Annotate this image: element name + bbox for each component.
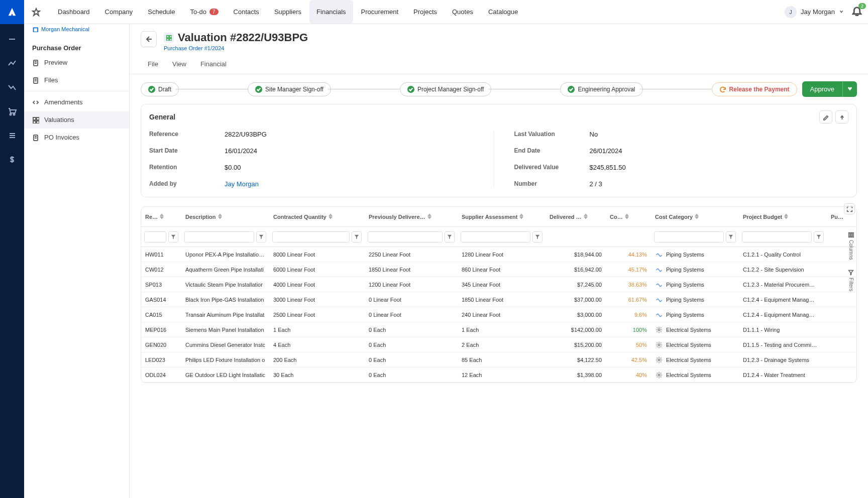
col-project-budget[interactable]: Project Budget <box>739 214 827 220</box>
category-icon <box>655 356 663 364</box>
label-reference: Reference <box>149 131 225 138</box>
table-row[interactable]: GEN020Cummins Diesel Generator Instc4 Ea… <box>141 337 856 352</box>
col-contracted-qty[interactable]: Contracted Quantity <box>269 214 365 220</box>
rail-icon-dollar[interactable] <box>7 155 17 165</box>
filter-desc-button[interactable] <box>256 231 266 242</box>
filter-contracted-button[interactable] <box>352 231 362 242</box>
table-row[interactable]: SP013Victaulic Steam Pipe Installatior40… <box>141 277 856 292</box>
filter-costcat-button[interactable] <box>726 231 736 242</box>
label-end-date: End Date <box>514 147 590 155</box>
rail-icon-trend[interactable] <box>7 58 17 68</box>
filter-costcat-input[interactable] <box>654 231 724 242</box>
nav-quotes[interactable]: Quotes <box>445 0 480 24</box>
table-row[interactable]: GAS014Black Iron Pipe-GAS Installation30… <box>141 292 856 307</box>
category-icon <box>655 266 663 274</box>
table-header: Re… Description Contracted Quantity Prev… <box>141 207 856 227</box>
filter-ref-input[interactable] <box>144 231 166 242</box>
notifications-button[interactable]: 2 <box>852 6 862 18</box>
table-row[interactable]: CA015Transair Aluminum Pipe Installat250… <box>141 307 856 322</box>
nav-suppliers[interactable]: Suppliers <box>267 0 308 24</box>
nav-financials[interactable]: Financials <box>309 0 353 24</box>
col-ref[interactable]: Re… <box>141 214 181 220</box>
page-subtitle-link[interactable]: Purchase Order #1/2024 <box>164 45 308 51</box>
sidebar-item-valuations[interactable]: Valuations <box>24 111 129 129</box>
back-button[interactable] <box>141 31 157 47</box>
sidebar-item-files[interactable]: Files <box>24 71 129 89</box>
value-reference: 2822/U93BPG <box>225 131 267 138</box>
collapse-button[interactable] <box>835 110 848 123</box>
col-delivered[interactable]: Delivered … <box>546 214 606 220</box>
rail-icon-chart[interactable] <box>7 82 17 92</box>
category-icon <box>655 281 663 289</box>
rail-icon-cart[interactable] <box>7 106 17 116</box>
col-description[interactable]: Description <box>181 214 269 220</box>
table-filter-row <box>141 227 856 247</box>
table-row[interactable]: MEP016Siemens Main Panel Installation1 E… <box>141 322 856 337</box>
tab-view[interactable]: View <box>165 55 193 74</box>
col-co[interactable]: Co… <box>606 214 651 220</box>
filter-ref-button[interactable] <box>168 231 178 242</box>
value-retention: $0.00 <box>225 164 241 171</box>
category-icon <box>655 371 663 379</box>
nav-procurement[interactable]: Procurement <box>354 0 405 24</box>
user-menu[interactable]: J Jay Morgan <box>785 6 844 18</box>
table-row[interactable]: ODL024GE Outdoor LED Light Installatic30… <box>141 367 856 383</box>
value-number: 2 / 3 <box>590 180 602 188</box>
filter-contracted-input[interactable] <box>272 231 350 242</box>
valuation-icon <box>164 33 174 43</box>
workflow-step-engineering[interactable]: Engineering Approval <box>560 82 642 96</box>
workflow-step-draft[interactable]: Draft <box>141 82 179 96</box>
tab-file[interactable]: File <box>141 55 165 74</box>
nav-catalogue[interactable]: Catalogue <box>481 0 525 24</box>
sidebar-item-po-invoices[interactable]: PO Invoices <box>24 129 129 146</box>
table-row[interactable]: LED023Philips LED Fixture Installation o… <box>141 352 856 367</box>
value-delivered-value: $245,851.50 <box>590 164 626 171</box>
dock-filters-button[interactable]: Filters <box>848 270 854 291</box>
general-heading: General <box>149 113 175 121</box>
nav-dashboard[interactable]: Dashboard <box>51 0 97 24</box>
workflow-step-project-manager[interactable]: Project Manager Sign-off <box>400 82 492 96</box>
nav-todo[interactable]: To-do7 <box>183 0 225 24</box>
value-start-date: 16/01/2024 <box>225 147 257 155</box>
table-row[interactable]: CW012Aquatherm Green Pipe Installati6000… <box>141 262 856 277</box>
value-end-date: 26/01/2024 <box>590 147 622 155</box>
sidebar-item-preview[interactable]: Preview <box>24 54 129 71</box>
nav-projects[interactable]: Projects <box>406 0 444 24</box>
app-logo[interactable] <box>0 0 24 24</box>
label-retention: Retention <box>149 164 225 171</box>
col-supplier-assessment[interactable]: Supplier Assessment <box>458 214 546 220</box>
workflow-step-release-payment[interactable]: Release the Payment <box>712 82 797 96</box>
filter-desc-input[interactable] <box>184 231 254 242</box>
nav-contacts[interactable]: Contacts <box>227 0 266 24</box>
filter-prev-input[interactable] <box>368 231 443 242</box>
dock-columns-button[interactable]: Columns <box>848 232 854 260</box>
edit-button[interactable] <box>819 110 832 123</box>
approve-dropdown-button[interactable] <box>842 81 857 97</box>
tab-financial[interactable]: Financial <box>193 55 234 74</box>
filter-supplier-input[interactable] <box>461 231 530 242</box>
favorite-star-icon[interactable] <box>24 8 48 17</box>
avatar: J <box>785 6 797 18</box>
filter-prev-button[interactable] <box>445 231 455 242</box>
sidebar-item-amendments[interactable]: Amendments <box>24 93 129 111</box>
breadcrumb[interactable]: Morgan Mechanical <box>24 24 129 37</box>
col-previously-delivered[interactable]: Previously Delivere… <box>365 214 458 220</box>
filter-budget-input[interactable] <box>742 231 812 242</box>
rail-icon-list[interactable] <box>7 131 17 141</box>
value-added-by[interactable]: Jay Morgan <box>225 180 259 188</box>
rail-icon-1[interactable] <box>7 34 17 44</box>
category-icon <box>655 251 663 259</box>
filter-supplier-button[interactable] <box>532 231 542 242</box>
nav-company[interactable]: Company <box>98 0 140 24</box>
category-icon <box>655 341 663 349</box>
workflow-step-site-manager[interactable]: Site Manager Sign-off <box>248 82 331 96</box>
table-row[interactable]: HW011Uponor PEX-A Pipe Installation o800… <box>141 247 856 262</box>
chevron-down-icon <box>839 8 844 16</box>
col-pu[interactable]: Pu… <box>827 214 862 220</box>
nav-schedule[interactable]: Schedule <box>141 0 182 24</box>
col-cost-category[interactable]: Cost Category <box>651 214 739 220</box>
filter-budget-button[interactable] <box>814 231 824 242</box>
label-delivered-value: Delivered Value <box>514 164 590 171</box>
approve-button[interactable]: Approve <box>802 81 842 97</box>
user-name: Jay Morgan <box>801 8 835 16</box>
